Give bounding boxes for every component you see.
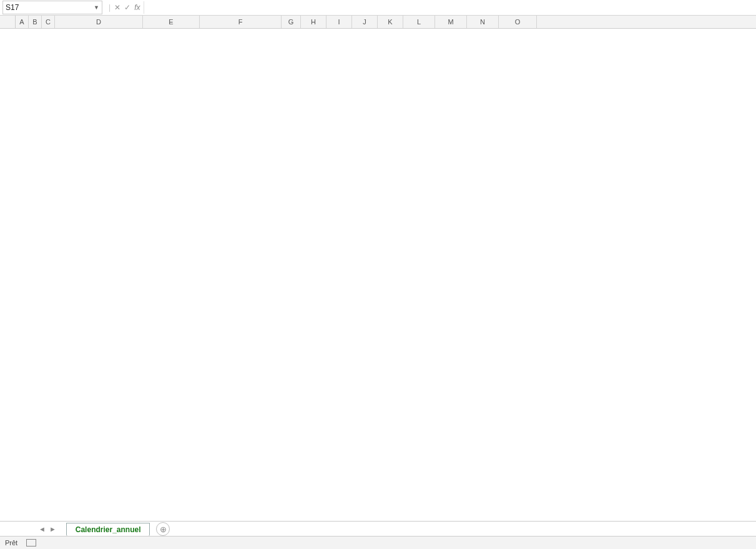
column-header[interactable]: L: [403, 16, 435, 28]
column-header[interactable]: K: [378, 16, 403, 28]
name-box[interactable]: S17 ▼: [2, 1, 102, 14]
column-header[interactable]: I: [326, 16, 352, 28]
column-header[interactable]: M: [435, 16, 467, 28]
formula-input[interactable]: [144, 1, 756, 14]
column-headers: ABCDEFGHIJKLMNO: [0, 16, 756, 29]
column-header[interactable]: G: [282, 16, 301, 28]
formula-controls: | ✕ ✓ fx: [105, 3, 144, 12]
select-all-corner[interactable]: [0, 16, 16, 28]
confirm-icon[interactable]: ✓: [124, 3, 130, 12]
formula-bar: S17 ▼ | ✕ ✓ fx: [0, 0, 756, 16]
column-header[interactable]: J: [352, 16, 378, 28]
name-box-value: S17: [6, 3, 19, 12]
column-header[interactable]: D: [55, 16, 143, 28]
column-header[interactable]: A: [16, 16, 29, 28]
column-header[interactable]: B: [29, 16, 42, 28]
chevron-down-icon[interactable]: ▼: [94, 4, 99, 11]
column-header[interactable]: E: [143, 16, 200, 28]
column-header[interactable]: C: [42, 16, 55, 28]
column-header[interactable]: H: [301, 16, 326, 28]
column-header[interactable]: O: [499, 16, 537, 28]
column-header[interactable]: F: [200, 16, 282, 28]
column-header[interactable]: N: [467, 16, 499, 28]
cancel-icon[interactable]: ✕: [114, 3, 120, 12]
fx-icon[interactable]: fx: [134, 3, 140, 12]
